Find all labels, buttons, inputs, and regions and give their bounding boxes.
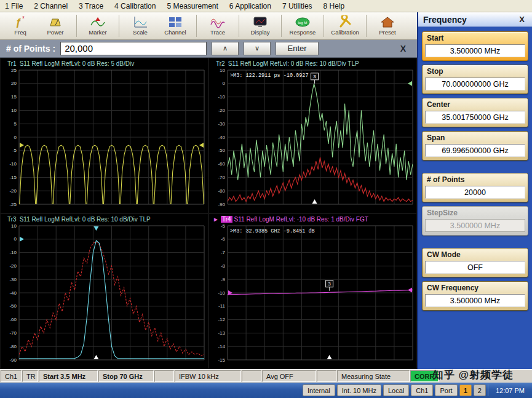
toolbar-button-channel[interactable]: Channel (160, 15, 191, 36)
status-stop-70-ghz: Stop 70 GHz (98, 370, 154, 382)
toolbar-button-preset[interactable]: Preset (372, 15, 403, 36)
svg-text:-9: -9 (221, 277, 226, 282)
trace-format-label: S11 Refl LogM RefLvl: 0 dB Res: 5 dB/Div (20, 60, 135, 67)
toolbar-button-label: Scale (133, 29, 148, 36)
svg-text:-10: -10 (218, 290, 225, 296)
toolbar-button-marker[interactable]: Marker (82, 15, 113, 36)
channel-icon (167, 15, 183, 29)
plot-tr1[interactable]: Tr1 S11 Refl LogM RefLvl: 0 dB Res: 5 dB… (0, 58, 208, 213)
svg-text:-20: -20 (218, 108, 225, 113)
toolbar-separator (366, 15, 367, 37)
svg-text:-30: -30 (218, 121, 225, 127)
panel-button-span[interactable]: Span69.996500000 GHz (422, 131, 528, 161)
svg-text:-6: -6 (221, 236, 226, 242)
taskbar-cell-port: Port (435, 384, 457, 396)
numeric-entry-bar: # of Points : ∧ ∨ Enter X (0, 40, 417, 58)
plot-tr2[interactable]: Tr2 S11 Refl LogM RefLvl: 0 dB Res: 10 d… (208, 58, 417, 213)
svg-text:-90: -90 (218, 202, 225, 207)
ref-level-marker[interactable] (408, 81, 412, 86)
panel-button-label: StepSize (425, 208, 525, 219)
panel-button-value: 3.500000 MHz (425, 219, 525, 232)
svg-text:-13: -13 (218, 330, 225, 336)
menu-item-application[interactable]: 6 Application (229, 2, 271, 10)
decrement-button[interactable]: ∨ (244, 42, 271, 55)
marker-readout: >M3: 32.9385 GHz -9.8451 dB (230, 228, 315, 234)
frequency-menu-panel: Frequency X Start3.500000 MHzStop70.0000… (417, 12, 532, 369)
plot-tr4[interactable]: ► Tr4 S11 Refl LogM RefLvl: -10 dB Res: … (208, 213, 417, 369)
status-segment (242, 370, 261, 382)
panel-button-label: Start (425, 33, 525, 44)
svg-text:-70: -70 (9, 330, 17, 336)
panel-button-value: 69.996500000 GHz (425, 144, 525, 157)
svg-text:*: * (22, 15, 25, 22)
points-input[interactable] (60, 42, 207, 55)
panel-group-gap (422, 164, 528, 169)
panel-button-value: OFF (425, 261, 525, 274)
increment-button[interactable]: ∧ (212, 42, 239, 55)
trace-label-tr2[interactable]: Tr2 (215, 60, 226, 67)
plot-area: Tr1 S11 Refl LogM RefLvl: 0 dB Res: 5 dB… (0, 58, 417, 369)
toolbar-button-calibration[interactable]: Calibration (330, 15, 360, 36)
trace-label-tr4[interactable]: Tr4 (221, 216, 232, 223)
sweep-position-marker (93, 355, 98, 359)
toolbar-button-trace[interactable]: Trace (202, 15, 233, 36)
taskbar: InternalInt. 10 MHzLocalCh1Port12 12:07 … (0, 383, 532, 398)
ref-level-marker[interactable] (199, 143, 204, 148)
menu-item-trace[interactable]: 3 Trace (79, 2, 103, 10)
panel-button-cw-frequency[interactable]: CW Frequency3.500000 MHz (422, 281, 528, 311)
panel-button-label: # of Points (425, 175, 525, 186)
panel-button-center[interactable]: Center35.001750000 GHz (422, 98, 528, 127)
ref-level-marker[interactable] (408, 288, 412, 293)
port-2-indicator[interactable]: 2 (474, 384, 486, 396)
svg-text:-5: -5 (221, 223, 226, 229)
toolbar-button-power[interactable]: Power (40, 15, 71, 36)
panel-button-of-points[interactable]: # of Points20000 (422, 173, 528, 202)
plot-header-tr1: Tr1 S11 Refl LogM RefLvl: 0 dB Res: 5 dB… (1, 58, 208, 68)
svg-text:3: 3 (313, 74, 316, 79)
svg-text:-8: -8 (221, 263, 226, 269)
svg-text:-11: -11 (218, 303, 226, 309)
menu-item-calibration[interactable]: 4 Calibration (114, 2, 156, 10)
toolbar-separator (196, 15, 197, 37)
status-segment (154, 370, 174, 382)
menu-item-channel[interactable]: 2 Channel (34, 2, 68, 10)
panel-button-stop[interactable]: Stop70.000000000 GHz (422, 65, 528, 94)
toolbar-separator (324, 15, 324, 37)
panel-button-value: 70.000000000 GHz (425, 78, 525, 90)
marker-3-box[interactable]: 3 (311, 73, 319, 84)
panel-button-start[interactable]: Start3.500000 MHz (422, 31, 528, 61)
entry-close-button[interactable]: X (395, 44, 411, 54)
svg-text:log M: log M (298, 21, 308, 25)
port-1-indicator[interactable]: 1 (459, 384, 472, 396)
toolbar-button-scale[interactable]: Scale (125, 15, 156, 36)
display-icon (252, 15, 268, 29)
taskbar-cell-local: Local (383, 384, 409, 396)
panel-button-cw-mode[interactable]: CW ModeOFF (422, 248, 528, 277)
svg-text:-40: -40 (9, 290, 17, 296)
status-avg-off: Avg OFF (262, 370, 316, 382)
svg-text:-12: -12 (218, 317, 225, 322)
ref-level-marker[interactable] (20, 237, 24, 242)
menu-item-help[interactable]: 8 Help (324, 2, 345, 10)
trace-label-tr3[interactable]: Tr3 (6, 216, 18, 223)
menu-bar: 1 File2 Channel3 Trace4 Calibration5 Mea… (0, 0, 532, 12)
menu-item-file[interactable]: 1 File (5, 2, 23, 10)
toolbar-button-label: Power (47, 29, 64, 36)
toolbar-button-freq[interactable]: ƒ*Freq (5, 15, 36, 36)
menu-item-measurement[interactable]: 5 Measurement (167, 2, 218, 10)
menu-item-utilities[interactable]: 7 Utilities (282, 2, 312, 10)
ref-level-marker[interactable] (20, 143, 24, 148)
toolbar-button-response[interactable]: log MResponse (287, 15, 318, 36)
svg-text:10: 10 (11, 108, 17, 113)
toolbar-button-display[interactable]: Display (245, 15, 276, 36)
plot-tr3[interactable]: Tr3 S11 Refl LogM RefLvl: 0 dB Res: 10 d… (0, 213, 208, 369)
marker-3-box[interactable]: 3 (326, 281, 333, 291)
toolbar-button-label: Trace (210, 29, 225, 36)
trace-label-tr1[interactable]: Tr1 (6, 60, 18, 67)
power-icon (47, 15, 63, 29)
enter-button[interactable]: Enter (276, 42, 319, 55)
toolbar-separator (239, 15, 239, 37)
svg-text:-60: -60 (218, 161, 225, 167)
panel-close-button[interactable]: X (517, 15, 527, 24)
trace-format-label: S11 Refl LogM RefLvl: -10 dB Res: 1 dB/D… (234, 216, 368, 223)
